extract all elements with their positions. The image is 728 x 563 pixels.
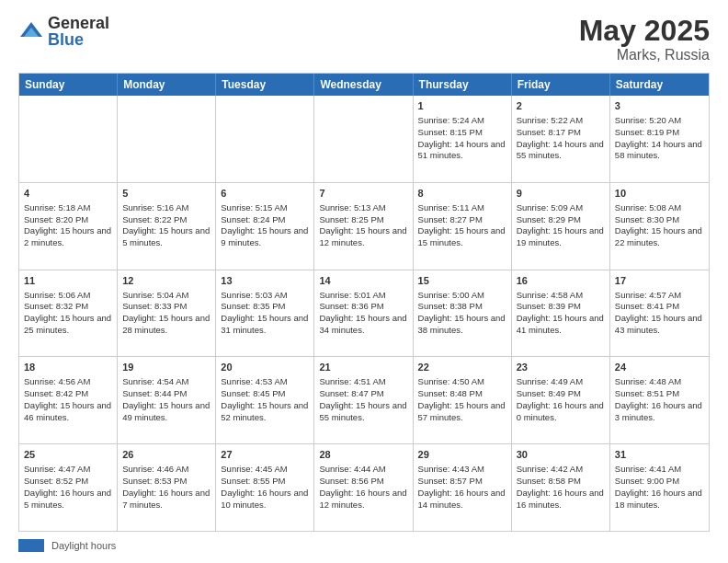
day-number: 30 — [517, 448, 605, 462]
calendar-cell-3-4: 14Sunrise: 5:01 AM Sunset: 8:36 PM Dayli… — [314, 270, 413, 357]
day-number: 20 — [221, 361, 309, 374]
day-info: Sunrise: 5:00 AM Sunset: 8:38 PM Dayligh… — [418, 290, 506, 335]
calendar-cell-1-6: 2Sunrise: 5:22 AM Sunset: 8:17 PM Daylig… — [512, 96, 610, 182]
day-number: 26 — [122, 448, 210, 462]
calendar-cell-5-2: 26Sunrise: 4:46 AM Sunset: 8:53 PM Dayli… — [118, 444, 216, 531]
day-info: Sunrise: 5:15 AM Sunset: 8:24 PM Dayligh… — [221, 202, 308, 247]
header-friday: Friday — [512, 74, 610, 96]
day-info: Sunrise: 5:11 AM Sunset: 8:27 PM Dayligh… — [418, 202, 506, 247]
calendar-cell-4-4: 21Sunrise: 4:51 AM Sunset: 8:47 PM Dayli… — [314, 357, 413, 443]
day-info: Sunrise: 5:06 AM Sunset: 8:32 PM Dayligh… — [24, 290, 111, 335]
day-number: 31 — [615, 448, 704, 462]
day-info: Sunrise: 4:50 AM Sunset: 8:48 PM Dayligh… — [418, 376, 506, 421]
day-number: 12 — [122, 274, 210, 288]
calendar: Sunday Monday Tuesday Wednesday Thursday… — [18, 73, 710, 532]
day-number: 14 — [319, 274, 407, 288]
calendar-row-2: 4Sunrise: 5:18 AM Sunset: 8:20 PM Daylig… — [19, 182, 709, 270]
calendar-cell-2-4: 7Sunrise: 5:13 AM Sunset: 8:25 PM Daylig… — [314, 183, 413, 270]
day-number: 2 — [517, 99, 605, 113]
day-number: 3 — [615, 99, 704, 113]
calendar-cell-5-1: 25Sunrise: 4:47 AM Sunset: 8:52 PM Dayli… — [19, 444, 118, 531]
day-number: 18 — [24, 361, 112, 374]
calendar-row-3: 11Sunrise: 5:06 AM Sunset: 8:32 PM Dayli… — [19, 270, 709, 357]
calendar-header: Sunday Monday Tuesday Wednesday Thursday… — [19, 74, 709, 96]
logo-text: General Blue — [48, 15, 109, 48]
calendar-cell-2-5: 8Sunrise: 5:11 AM Sunset: 8:27 PM Daylig… — [414, 183, 512, 270]
day-number: 22 — [418, 361, 506, 374]
day-info: Sunrise: 4:54 AM Sunset: 8:44 PM Dayligh… — [122, 376, 210, 421]
day-info: Sunrise: 4:42 AM Sunset: 8:58 PM Dayligh… — [517, 464, 604, 509]
calendar-cell-4-2: 19Sunrise: 4:54 AM Sunset: 8:44 PM Dayli… — [118, 357, 216, 443]
calendar-cell-2-7: 10Sunrise: 5:08 AM Sunset: 8:30 PM Dayli… — [610, 183, 709, 270]
calendar-cell-5-7: 31Sunrise: 4:41 AM Sunset: 9:00 PM Dayli… — [610, 444, 709, 531]
day-info: Sunrise: 5:13 AM Sunset: 8:25 PM Dayligh… — [319, 202, 406, 247]
day-number: 15 — [418, 274, 506, 288]
day-number: 17 — [615, 274, 704, 288]
calendar-cell-2-1: 4Sunrise: 5:18 AM Sunset: 8:20 PM Daylig… — [19, 183, 118, 270]
day-info: Sunrise: 4:47 AM Sunset: 8:52 PM Dayligh… — [24, 464, 111, 509]
day-number: 25 — [24, 448, 112, 462]
calendar-cell-1-1 — [19, 96, 118, 182]
logo-blue-text: Blue — [48, 31, 109, 48]
calendar-cell-2-3: 6Sunrise: 5:15 AM Sunset: 8:24 PM Daylig… — [216, 183, 314, 270]
day-info: Sunrise: 4:57 AM Sunset: 8:41 PM Dayligh… — [615, 290, 702, 335]
calendar-cell-4-3: 20Sunrise: 4:53 AM Sunset: 8:45 PM Dayli… — [216, 357, 314, 443]
calendar-row-1: 1Sunrise: 5:24 AM Sunset: 8:15 PM Daylig… — [19, 96, 709, 182]
calendar-body: 1Sunrise: 5:24 AM Sunset: 8:15 PM Daylig… — [19, 96, 709, 531]
day-number: 16 — [517, 274, 605, 288]
day-number: 19 — [122, 361, 210, 374]
day-number: 13 — [221, 274, 309, 288]
header-sunday: Sunday — [19, 74, 118, 96]
logo: General Blue — [18, 15, 109, 48]
header-thursday: Thursday — [414, 74, 512, 96]
day-number: 7 — [319, 187, 407, 201]
day-info: Sunrise: 5:04 AM Sunset: 8:33 PM Dayligh… — [122, 290, 210, 335]
day-info: Sunrise: 5:09 AM Sunset: 8:29 PM Dayligh… — [517, 202, 604, 247]
day-number: 5 — [122, 187, 210, 201]
calendar-cell-3-3: 13Sunrise: 5:03 AM Sunset: 8:35 PM Dayli… — [216, 270, 314, 357]
calendar-cell-3-7: 17Sunrise: 4:57 AM Sunset: 8:41 PM Dayli… — [610, 270, 709, 357]
calendar-cell-3-6: 16Sunrise: 4:58 AM Sunset: 8:39 PM Dayli… — [512, 270, 610, 357]
day-info: Sunrise: 4:48 AM Sunset: 8:51 PM Dayligh… — [615, 376, 702, 421]
calendar-cell-4-5: 22Sunrise: 4:50 AM Sunset: 8:48 PM Dayli… — [414, 357, 512, 443]
calendar-cell-1-5: 1Sunrise: 5:24 AM Sunset: 8:15 PM Daylig… — [414, 96, 512, 182]
day-info: Sunrise: 5:16 AM Sunset: 8:22 PM Dayligh… — [122, 202, 210, 247]
logo-general-text: General — [48, 15, 109, 31]
day-info: Sunrise: 5:24 AM Sunset: 8:15 PM Dayligh… — [418, 115, 506, 160]
calendar-cell-5-5: 29Sunrise: 4:43 AM Sunset: 8:57 PM Dayli… — [414, 444, 512, 531]
day-info: Sunrise: 4:45 AM Sunset: 8:55 PM Dayligh… — [221, 464, 308, 509]
calendar-cell-5-3: 27Sunrise: 4:45 AM Sunset: 8:55 PM Dayli… — [216, 444, 314, 531]
calendar-cell-1-4 — [314, 96, 413, 182]
calendar-cell-1-7: 3Sunrise: 5:20 AM Sunset: 8:19 PM Daylig… — [610, 96, 709, 182]
calendar-row-4: 18Sunrise: 4:56 AM Sunset: 8:42 PM Dayli… — [19, 356, 709, 443]
day-number: 9 — [517, 187, 605, 201]
day-number: 27 — [221, 448, 309, 462]
day-info: Sunrise: 4:43 AM Sunset: 8:57 PM Dayligh… — [418, 464, 506, 509]
calendar-cell-1-3 — [216, 96, 314, 182]
page: General Blue May 2025 Marks, Russia Sund… — [0, 0, 728, 563]
day-number: 6 — [221, 187, 309, 201]
month-title: May 2025 — [579, 15, 710, 47]
day-info: Sunrise: 4:44 AM Sunset: 8:56 PM Dayligh… — [319, 464, 406, 509]
day-info: Sunrise: 5:03 AM Sunset: 8:35 PM Dayligh… — [221, 290, 308, 335]
title-block: May 2025 Marks, Russia — [579, 15, 710, 63]
calendar-cell-4-7: 24Sunrise: 4:48 AM Sunset: 8:51 PM Dayli… — [610, 357, 709, 443]
calendar-cell-1-2 — [118, 96, 216, 182]
day-info: Sunrise: 4:56 AM Sunset: 8:42 PM Dayligh… — [24, 376, 111, 421]
day-number: 8 — [418, 187, 506, 201]
day-number: 23 — [517, 361, 605, 374]
day-info: Sunrise: 5:22 AM Sunset: 8:17 PM Dayligh… — [517, 115, 604, 160]
day-number: 11 — [24, 274, 112, 288]
logo-icon — [18, 18, 44, 44]
day-number: 10 — [615, 187, 704, 201]
calendar-cell-2-2: 5Sunrise: 5:16 AM Sunset: 8:22 PM Daylig… — [118, 183, 216, 270]
day-info: Sunrise: 4:53 AM Sunset: 8:45 PM Dayligh… — [221, 376, 308, 421]
day-number: 1 — [418, 99, 506, 113]
footer-label: Daylight hours — [51, 540, 116, 551]
day-info: Sunrise: 4:41 AM Sunset: 9:00 PM Dayligh… — [615, 464, 702, 509]
day-info: Sunrise: 4:46 AM Sunset: 8:53 PM Dayligh… — [122, 464, 210, 509]
header-wednesday: Wednesday — [314, 74, 413, 96]
header-tuesday: Tuesday — [216, 74, 314, 96]
day-info: Sunrise: 5:20 AM Sunset: 8:19 PM Dayligh… — [615, 115, 702, 160]
day-number: 28 — [319, 448, 407, 462]
